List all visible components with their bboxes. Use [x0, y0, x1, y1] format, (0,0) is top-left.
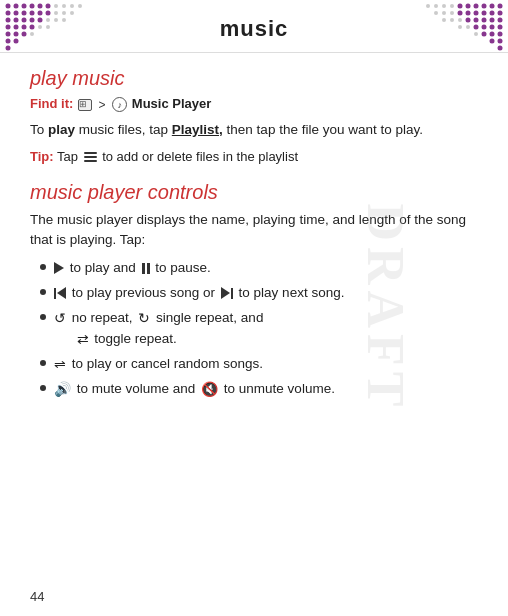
content-area: play music Find it: > ♪ Music Player To … — [0, 53, 508, 414]
prev-icon — [54, 287, 66, 299]
controls-list: to play and to pause. to play previous s… — [30, 258, 478, 400]
play-bold: play — [48, 122, 75, 137]
section-play-music: play music Find it: > ♪ Music Player To … — [30, 67, 478, 167]
toggle-repeat-icon: ⇄ — [77, 332, 89, 346]
section-title-play-music: play music — [30, 67, 478, 90]
controls-intro: The music player displays the name, play… — [30, 210, 478, 251]
tip-label: Tip: — [30, 149, 54, 164]
page-header: music — [0, 0, 508, 53]
menu-icon — [84, 152, 97, 163]
chevron-icon: > — [99, 98, 106, 112]
list-item: ↺ no repeat, ↻ single repeat, and ⇄ togg… — [40, 308, 478, 350]
pause-icon — [142, 263, 150, 274]
find-it-label: Find it: — [30, 96, 73, 111]
bullet-content: ↺ no repeat, ↻ single repeat, and ⇄ togg… — [52, 308, 478, 350]
single-repeat-icon: ↻ — [138, 311, 150, 325]
bullet-content: to play previous song or to play next so… — [52, 283, 478, 304]
play-music-body: To play music files, tap Playlist, then … — [30, 120, 478, 140]
play-icon — [54, 262, 64, 274]
bullet-dot — [40, 289, 46, 295]
bullet-dot — [40, 360, 46, 366]
list-item: 🔊 to mute volume and 🔇 to unmute volume. — [40, 379, 478, 400]
home-icon — [78, 99, 92, 111]
mute-icon: 🔇 — [201, 382, 218, 396]
next-icon — [221, 287, 233, 299]
playlist-bold: Playlist, — [172, 122, 223, 137]
music-player-label: Music Player — [132, 96, 212, 111]
shuffle-icon: ⇌ — [54, 357, 66, 371]
bullet-content: 🔊 to mute volume and 🔇 to unmute volume. — [52, 379, 478, 400]
bullet-dot — [40, 264, 46, 270]
section-controls: music player controls The music player d… — [30, 181, 478, 400]
page-number: 44 — [30, 589, 44, 604]
bullet-dot — [40, 314, 46, 320]
page-title: music — [220, 16, 289, 41]
music-player-icon: ♪ — [112, 97, 127, 112]
volume-icon: 🔊 — [54, 382, 71, 396]
bullet-dot — [40, 385, 46, 391]
bullet-content: ⇌ to play or cancel random songs. — [52, 354, 478, 375]
find-it-line: Find it: > ♪ Music Player — [30, 96, 478, 112]
list-item: to play previous song or to play next so… — [40, 283, 478, 304]
tip-line: Tip: Tap to add or delete files in the p… — [30, 148, 478, 166]
bullet-content: to play and to pause. — [52, 258, 478, 279]
section-title-controls: music player controls — [30, 181, 478, 204]
no-repeat-icon: ↺ — [54, 311, 66, 325]
list-item: ⇌ to play or cancel random songs. — [40, 354, 478, 375]
list-item: to play and to pause. — [40, 258, 478, 279]
